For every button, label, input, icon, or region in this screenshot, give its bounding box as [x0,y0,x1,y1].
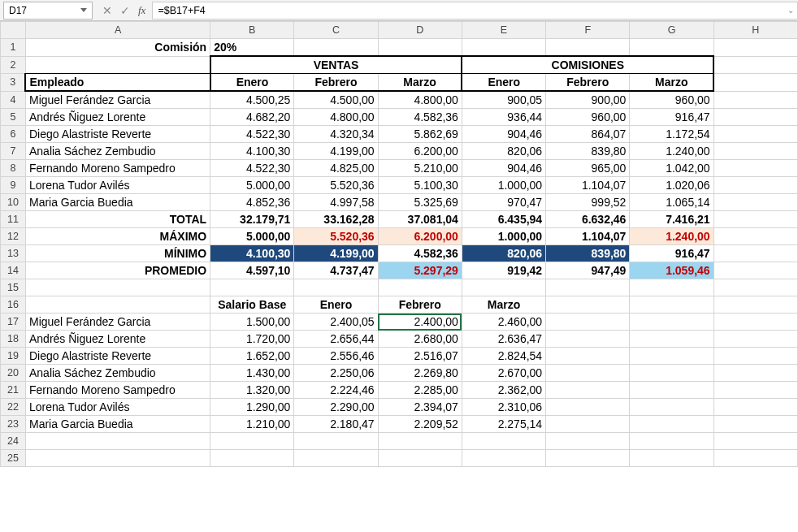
row-header[interactable]: 21 [1,382,26,399]
cell[interactable]: 904,46 [462,160,545,177]
cell[interactable]: 820,06 [462,245,545,262]
row-header[interactable]: 18 [1,331,26,348]
row-header[interactable]: 19 [1,348,26,365]
cell[interactable] [294,450,378,467]
cell[interactable]: 2.250,06 [294,365,378,382]
cell[interactable]: 820,06 [462,143,545,160]
cell[interactable]: 916,47 [630,245,713,262]
row-header[interactable]: 7 [1,143,26,160]
cell[interactable] [713,143,797,160]
cell[interactable]: 2.209,52 [378,416,462,433]
cell[interactable]: 20% [210,39,294,57]
cell[interactable] [294,279,378,296]
cell[interactable]: 2.636,47 [462,331,545,348]
cell[interactable]: 4.522,30 [210,126,294,143]
cell[interactable] [378,433,462,450]
formula-input[interactable]: =$B17+F4 [152,2,783,19]
cell[interactable]: Marzo [462,296,545,314]
row-header[interactable]: 22 [1,399,26,416]
cell[interactable] [546,279,630,296]
cell[interactable] [713,245,797,262]
cell[interactable] [546,348,630,365]
cell[interactable] [546,450,630,467]
cell[interactable] [546,331,630,348]
cell[interactable]: 1.020,06 [630,177,713,194]
cell[interactable]: 4.100,30 [210,143,294,160]
cell[interactable] [713,91,797,109]
comisiones-header[interactable]: COMISIONES [462,56,713,74]
cell[interactable]: 5.210,00 [378,160,462,177]
cell[interactable]: 2.285,00 [378,382,462,399]
cell[interactable] [630,450,713,467]
cell[interactable] [630,416,713,433]
cell[interactable] [546,39,630,57]
row-header[interactable]: 9 [1,177,26,194]
cell[interactable] [630,433,713,450]
col-header-F[interactable]: F [546,22,630,39]
cell[interactable]: 839,80 [546,245,630,262]
avg-label[interactable]: PROMEDIO [25,262,210,279]
cell[interactable]: Enero [294,296,378,314]
cell[interactable]: 4.597,10 [210,262,294,279]
cell[interactable] [462,433,545,450]
cell[interactable]: 2.180,47 [294,416,378,433]
cell[interactable]: Marzo [630,74,713,92]
cell[interactable] [630,296,713,314]
cell[interactable]: 970,47 [462,194,545,211]
cell[interactable] [630,331,713,348]
cancel-icon[interactable]: ✕ [102,4,112,17]
cell[interactable]: Marzo [378,74,462,92]
cell[interactable] [210,450,294,467]
cell[interactable]: 839,80 [546,143,630,160]
cell[interactable]: 2.670,00 [462,365,545,382]
cell[interactable]: 6.435,94 [462,211,545,228]
cell[interactable] [210,279,294,296]
cell[interactable]: 2.269,80 [378,365,462,382]
cell[interactable] [462,279,545,296]
col-header-G[interactable]: G [630,22,713,39]
spreadsheet-grid[interactable]: A B C D E F G H 1 Comisión 20% 2 VENTAS … [0,21,798,467]
cell[interactable]: 2.224,46 [294,382,378,399]
cell[interactable] [546,433,630,450]
row-header[interactable]: 15 [1,279,26,296]
cell[interactable] [713,74,797,92]
cell[interactable]: 4.199,00 [294,143,378,160]
col-header-D[interactable]: D [378,22,462,39]
row-header[interactable]: 2 [1,56,26,74]
row-header[interactable]: 10 [1,194,26,211]
cell[interactable]: 1.065,14 [630,194,713,211]
cell[interactable]: 6.200,00 [378,143,462,160]
cell[interactable] [713,279,797,296]
row-header[interactable]: 1 [1,39,26,57]
cell[interactable]: Maria Garcia Buedia [25,416,210,433]
cell[interactable] [630,348,713,365]
cell[interactable]: 2.680,00 [378,331,462,348]
col-header-H[interactable]: H [713,22,797,39]
cell[interactable]: 1.430,00 [210,365,294,382]
cell[interactable]: 4.682,20 [210,109,294,126]
cell[interactable] [713,56,797,74]
cell[interactable]: 999,52 [546,194,630,211]
cell[interactable]: Febrero [546,74,630,92]
cell[interactable]: Comisión [25,39,210,57]
col-header-E[interactable]: E [462,22,545,39]
cell[interactable]: 37.081,04 [378,211,462,228]
cell[interactable]: 2.460,00 [462,314,545,331]
name-box[interactable]: D17 [3,2,93,19]
cell[interactable]: 1.240,00 [630,228,713,245]
cell[interactable] [630,399,713,416]
row-header[interactable]: 6 [1,126,26,143]
cell[interactable]: 4.997,58 [294,194,378,211]
row-header[interactable]: 24 [1,433,26,450]
cell[interactable]: Miguel Ferández Garcia [25,314,210,331]
cell[interactable]: 5.297,29 [378,262,462,279]
cell[interactable]: 5.862,69 [378,126,462,143]
cell[interactable] [546,314,630,331]
cell[interactable]: 5.520,36 [294,177,378,194]
enter-icon[interactable]: ✓ [120,4,130,17]
cell[interactable]: 4.800,00 [378,91,462,109]
row-header[interactable]: 20 [1,365,26,382]
cell[interactable] [713,194,797,211]
cell[interactable] [713,296,797,314]
cell[interactable] [462,39,545,57]
